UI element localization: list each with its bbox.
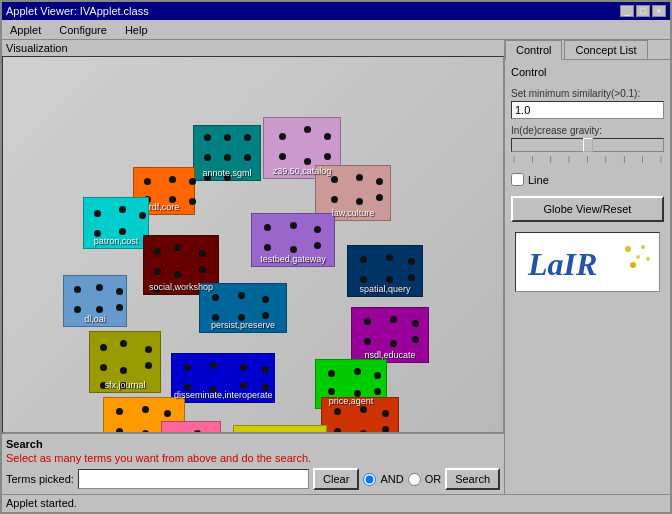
control-title: Control: [511, 66, 664, 78]
svg-point-2: [636, 255, 640, 259]
svg-point-4: [641, 245, 645, 249]
dot: [189, 198, 196, 205]
concept-node-nsdl_educate[interactable]: nsdl,educate: [351, 307, 429, 363]
dot: [324, 153, 331, 160]
dot: [240, 382, 247, 389]
menu-applet[interactable]: Applet: [6, 23, 45, 37]
dot: [119, 228, 126, 235]
menu-configure[interactable]: Configure: [55, 23, 111, 37]
window-title: Applet Viewer: IVApplet.class: [6, 5, 149, 17]
concept-node-annote_sgml[interactable]: annote,sgml: [193, 125, 261, 181]
dot: [356, 174, 363, 181]
concept-node-persist_preserve[interactable]: persist,preserve: [199, 283, 287, 333]
concept-node-patron_cost[interactable]: patron,cost: [83, 197, 149, 249]
concept-node-sfx_journal[interactable]: sfx,journal: [89, 331, 161, 393]
logo-svg: LaIR: [523, 237, 653, 287]
dot: [412, 320, 419, 327]
dot: [238, 292, 245, 299]
status-text: Applet started.: [6, 497, 77, 509]
dot: [164, 410, 171, 417]
minimize-button[interactable]: _: [620, 5, 634, 17]
dot: [184, 384, 191, 391]
dot: [224, 154, 231, 161]
dot: [408, 274, 415, 281]
search-hint: Select as many terms you want from above…: [6, 452, 500, 464]
dot: [244, 134, 251, 141]
dot: [212, 314, 219, 321]
svg-point-3: [630, 262, 636, 268]
search-row: Terms picked: Clear AND OR Search: [6, 468, 500, 490]
dot: [174, 244, 181, 251]
or-label: OR: [425, 473, 442, 485]
dot: [360, 430, 367, 433]
dot: [100, 364, 107, 371]
search-label: Search: [6, 438, 500, 450]
menu-help[interactable]: Help: [121, 23, 152, 37]
dot: [144, 178, 151, 185]
dot: [390, 340, 397, 347]
node-label: persist,preserve: [202, 320, 284, 330]
dot: [386, 276, 393, 283]
dot: [364, 338, 371, 345]
concept-node-music[interactable]: music,: [161, 421, 221, 433]
dot: [331, 176, 338, 183]
close-button[interactable]: ×: [652, 5, 666, 17]
min-similarity-input[interactable]: [511, 101, 664, 119]
dot: [204, 154, 211, 161]
title-bar-buttons: _ □ ×: [620, 5, 666, 17]
dot: [304, 158, 311, 165]
concept-node-spatial_query[interactable]: spatial,query: [347, 245, 423, 297]
dot: [386, 254, 393, 261]
dot: [382, 410, 389, 417]
concept-node-module_classification[interactable]: module,classification: [233, 425, 327, 433]
node-label: dl,oai: [66, 314, 124, 324]
dot: [172, 432, 179, 433]
dot: [210, 362, 217, 369]
tab-concept-list[interactable]: Concept List: [564, 40, 647, 59]
dot: [199, 250, 206, 257]
right-panel: Control Concept List Control Set minimum…: [505, 40, 670, 494]
and-radio[interactable]: [363, 473, 376, 486]
dot: [94, 210, 101, 217]
dot: [328, 370, 335, 377]
terms-input[interactable]: [78, 469, 309, 489]
visualization-canvas[interactable]: annote,sgmlz39.50,catalogrdf,corelaw,cul…: [2, 56, 504, 433]
dot: [238, 314, 245, 321]
dot: [328, 388, 335, 395]
line-checkbox[interactable]: [511, 173, 524, 186]
dot: [154, 268, 161, 275]
dot: [100, 382, 107, 389]
dot: [212, 294, 219, 301]
globe-view-reset-button[interactable]: Globe View/Reset: [511, 196, 664, 222]
dot: [356, 198, 363, 205]
dot: [262, 312, 269, 319]
concept-node-disseminate_interoperate[interactable]: disseminate,interoperate: [171, 353, 275, 403]
status-bar: Applet started.: [2, 494, 670, 512]
concept-node-dl_oai[interactable]: dl,oai: [63, 275, 127, 327]
search-button[interactable]: Search: [445, 468, 500, 490]
dot: [264, 244, 271, 251]
dot: [331, 196, 338, 203]
dot: [360, 276, 367, 283]
dot: [116, 304, 123, 311]
dot: [119, 206, 126, 213]
dot: [94, 230, 101, 237]
dot: [360, 406, 367, 413]
concept-node-testbed_gateway[interactable]: testbed,gateway: [251, 213, 335, 267]
gravity-slider[interactable]: [511, 138, 664, 152]
clear-button[interactable]: Clear: [313, 468, 359, 490]
min-similarity-group: Set minimum similarity(>0.1):: [511, 88, 664, 119]
tab-control[interactable]: Control: [505, 40, 562, 60]
node-label: spatial,query: [350, 284, 420, 294]
and-label: AND: [380, 473, 403, 485]
dot: [262, 384, 269, 391]
dot: [96, 306, 103, 313]
concept-node-ndltd_student[interactable]: ndltd,student: [321, 397, 399, 433]
dot: [279, 133, 286, 140]
dot: [354, 368, 361, 375]
maximize-button[interactable]: □: [636, 5, 650, 17]
dot: [364, 318, 371, 325]
or-radio[interactable]: [408, 473, 421, 486]
dot: [74, 286, 81, 293]
svg-point-5: [646, 257, 650, 261]
